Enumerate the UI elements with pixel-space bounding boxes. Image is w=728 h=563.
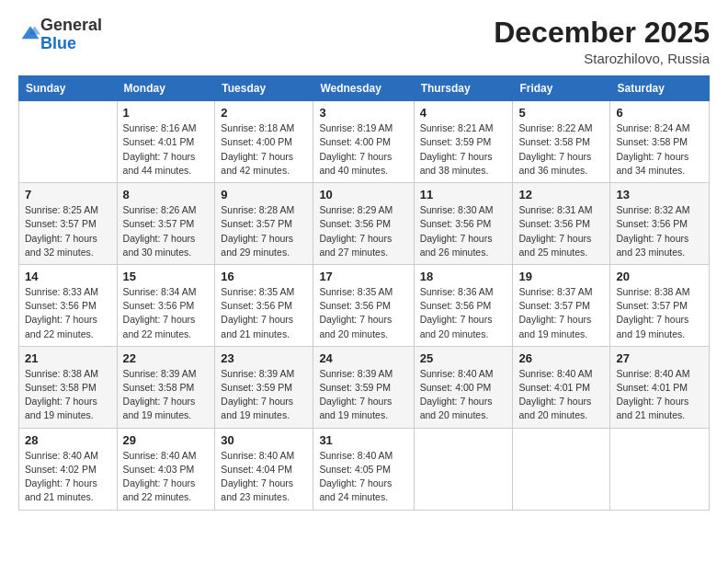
col-tuesday: Tuesday (215, 76, 313, 101)
day-info: Sunrise: 8:24 AM Sunset: 3:58 PM Dayligh… (616, 121, 703, 178)
day-number: 23 (221, 351, 307, 365)
day-number: 21 (25, 351, 111, 365)
day-number: 28 (25, 433, 111, 447)
day-info: Sunrise: 8:30 AM Sunset: 3:56 PM Dayligh… (420, 203, 507, 259)
day-info: Sunrise: 8:28 AM Sunset: 3:57 PM Dayligh… (221, 203, 307, 259)
table-row: 16Sunrise: 8:35 AM Sunset: 3:56 PM Dayli… (215, 264, 313, 346)
logo-icon (20, 23, 40, 43)
table-row: 20Sunrise: 8:38 AM Sunset: 3:57 PM Dayli… (610, 264, 710, 346)
table-row: 23Sunrise: 8:39 AM Sunset: 3:59 PM Dayli… (215, 346, 313, 428)
day-info: Sunrise: 8:40 AM Sunset: 4:00 PM Dayligh… (420, 367, 507, 423)
day-number: 30 (221, 433, 307, 447)
table-row: 26Sunrise: 8:40 AM Sunset: 4:01 PM Dayli… (513, 346, 610, 428)
calendar-table: Sunday Monday Tuesday Wednesday Thursday… (18, 75, 710, 510)
day-info: Sunrise: 8:31 AM Sunset: 3:56 PM Dayligh… (518, 203, 604, 259)
col-friday: Friday (513, 76, 610, 101)
day-number: 15 (123, 270, 210, 283)
table-row: 12Sunrise: 8:31 AM Sunset: 3:56 PM Dayli… (513, 183, 610, 265)
day-number: 2 (221, 106, 307, 120)
day-info: Sunrise: 8:40 AM Sunset: 4:05 PM Dayligh… (319, 449, 407, 505)
table-row: 28Sunrise: 8:40 AM Sunset: 4:02 PM Dayli… (19, 428, 118, 510)
day-number: 13 (616, 188, 703, 201)
location: Starozhilovo, Russia (494, 51, 710, 66)
table-row: 4Sunrise: 8:21 AM Sunset: 3:59 PM Daylig… (414, 101, 513, 183)
calendar-week-1: 1Sunrise: 8:16 AM Sunset: 4:01 PM Daylig… (19, 101, 710, 183)
day-number: 7 (25, 188, 111, 201)
table-row: 31Sunrise: 8:40 AM Sunset: 4:05 PM Dayli… (313, 428, 414, 510)
table-row: 1Sunrise: 8:16 AM Sunset: 4:01 PM Daylig… (117, 101, 215, 183)
day-info: Sunrise: 8:18 AM Sunset: 4:00 PM Dayligh… (221, 121, 307, 178)
col-monday: Monday (117, 76, 215, 101)
table-row: 15Sunrise: 8:34 AM Sunset: 3:56 PM Dayli… (117, 264, 215, 346)
day-info: Sunrise: 8:39 AM Sunset: 3:58 PM Dayligh… (123, 367, 210, 423)
day-number: 18 (420, 270, 507, 283)
day-info: Sunrise: 8:40 AM Sunset: 4:02 PM Dayligh… (25, 449, 111, 505)
day-number: 16 (221, 270, 307, 283)
day-number: 11 (420, 188, 507, 201)
table-row: 14Sunrise: 8:33 AM Sunset: 3:56 PM Dayli… (19, 264, 118, 346)
day-number: 12 (518, 188, 604, 201)
table-row: 3Sunrise: 8:19 AM Sunset: 4:00 PM Daylig… (313, 101, 414, 183)
calendar-week-5: 28Sunrise: 8:40 AM Sunset: 4:02 PM Dayli… (19, 428, 710, 510)
day-number: 5 (518, 106, 604, 120)
header: General Blue December 2025 Starozhilovo,… (18, 17, 710, 66)
day-number: 27 (616, 351, 703, 365)
table-row (513, 428, 610, 510)
day-info: Sunrise: 8:40 AM Sunset: 4:01 PM Dayligh… (518, 367, 604, 423)
logo: General Blue (18, 17, 102, 53)
table-row: 7Sunrise: 8:25 AM Sunset: 3:57 PM Daylig… (19, 183, 118, 265)
table-row: 5Sunrise: 8:22 AM Sunset: 3:58 PM Daylig… (513, 101, 610, 183)
day-info: Sunrise: 8:40 AM Sunset: 4:01 PM Dayligh… (616, 367, 703, 423)
day-info: Sunrise: 8:22 AM Sunset: 3:58 PM Dayligh… (518, 121, 604, 178)
day-info: Sunrise: 8:21 AM Sunset: 3:59 PM Dayligh… (420, 121, 507, 178)
day-info: Sunrise: 8:40 AM Sunset: 4:03 PM Dayligh… (123, 449, 210, 505)
day-number: 29 (123, 433, 210, 447)
day-number: 4 (420, 106, 507, 120)
day-number: 25 (420, 351, 507, 365)
day-info: Sunrise: 8:25 AM Sunset: 3:57 PM Dayligh… (25, 203, 111, 259)
day-number: 9 (221, 188, 307, 201)
page: General Blue December 2025 Starozhilovo,… (0, 0, 728, 563)
table-row: 19Sunrise: 8:37 AM Sunset: 3:57 PM Dayli… (513, 264, 610, 346)
logo-general-text: General (40, 16, 102, 34)
day-info: Sunrise: 8:35 AM Sunset: 3:56 PM Dayligh… (221, 285, 307, 341)
table-row: 13Sunrise: 8:32 AM Sunset: 3:56 PM Dayli… (610, 183, 710, 265)
col-saturday: Saturday (610, 76, 710, 101)
calendar-week-3: 14Sunrise: 8:33 AM Sunset: 3:56 PM Dayli… (19, 264, 710, 346)
day-info: Sunrise: 8:37 AM Sunset: 3:57 PM Dayligh… (518, 285, 604, 341)
day-number: 31 (319, 433, 407, 447)
table-row: 17Sunrise: 8:35 AM Sunset: 3:56 PM Dayli… (313, 264, 414, 346)
day-info: Sunrise: 8:19 AM Sunset: 4:00 PM Dayligh… (319, 121, 407, 178)
table-row: 9Sunrise: 8:28 AM Sunset: 3:57 PM Daylig… (215, 183, 313, 265)
day-info: Sunrise: 8:38 AM Sunset: 3:57 PM Dayligh… (616, 285, 703, 341)
day-info: Sunrise: 8:38 AM Sunset: 3:58 PM Dayligh… (25, 367, 111, 423)
day-number: 24 (319, 351, 407, 365)
table-row: 8Sunrise: 8:26 AM Sunset: 3:57 PM Daylig… (117, 183, 215, 265)
table-row: 24Sunrise: 8:39 AM Sunset: 3:59 PM Dayli… (313, 346, 414, 428)
day-info: Sunrise: 8:26 AM Sunset: 3:57 PM Dayligh… (123, 203, 210, 259)
title-block: December 2025 Starozhilovo, Russia (494, 17, 710, 66)
logo-blue-text: Blue (40, 34, 76, 52)
table-row: 2Sunrise: 8:18 AM Sunset: 4:00 PM Daylig… (215, 101, 313, 183)
day-info: Sunrise: 8:35 AM Sunset: 3:56 PM Dayligh… (319, 285, 407, 341)
table-row: 22Sunrise: 8:39 AM Sunset: 3:58 PM Dayli… (117, 346, 215, 428)
table-row: 21Sunrise: 8:38 AM Sunset: 3:58 PM Dayli… (19, 346, 118, 428)
table-row: 25Sunrise: 8:40 AM Sunset: 4:00 PM Dayli… (414, 346, 513, 428)
day-info: Sunrise: 8:32 AM Sunset: 3:56 PM Dayligh… (616, 203, 703, 259)
day-info: Sunrise: 8:36 AM Sunset: 3:56 PM Dayligh… (420, 285, 507, 341)
day-info: Sunrise: 8:34 AM Sunset: 3:56 PM Dayligh… (123, 285, 210, 341)
month-year: December 2025 (494, 17, 710, 49)
day-number: 14 (25, 270, 111, 283)
table-row (19, 101, 118, 183)
table-row (414, 428, 513, 510)
table-row: 27Sunrise: 8:40 AM Sunset: 4:01 PM Dayli… (610, 346, 710, 428)
col-thursday: Thursday (414, 76, 513, 101)
table-row: 6Sunrise: 8:24 AM Sunset: 3:58 PM Daylig… (610, 101, 710, 183)
day-info: Sunrise: 8:29 AM Sunset: 3:56 PM Dayligh… (319, 203, 407, 259)
table-row: 29Sunrise: 8:40 AM Sunset: 4:03 PM Dayli… (117, 428, 215, 510)
day-number: 8 (123, 188, 210, 201)
day-number: 3 (319, 106, 407, 120)
day-number: 17 (319, 270, 407, 283)
day-info: Sunrise: 8:16 AM Sunset: 4:01 PM Dayligh… (123, 121, 210, 178)
day-info: Sunrise: 8:33 AM Sunset: 3:56 PM Dayligh… (25, 285, 111, 341)
